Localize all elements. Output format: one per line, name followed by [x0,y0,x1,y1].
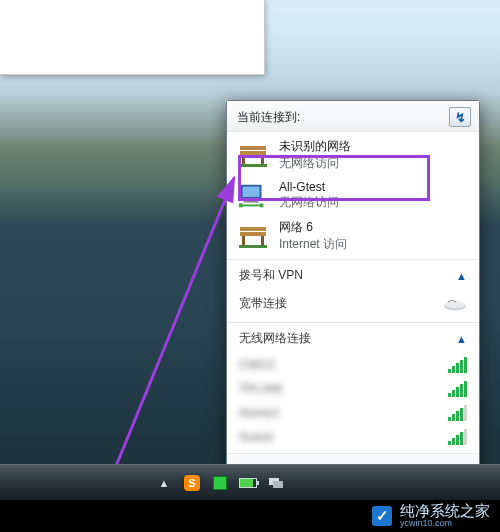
refresh-icon: ↯ [455,110,466,125]
signal-bars-icon [448,357,467,373]
flyout-title: 当前连接到: [237,109,300,126]
svg-rect-2 [242,155,245,164]
broadband-item[interactable]: 宽带连接 [227,290,479,322]
flyout-header: 当前连接到: ↯ [227,101,479,132]
wifi-ssid: Home1 [239,406,280,420]
tray-show-hidden-icon[interactable]: ▲ [154,473,174,493]
svg-rect-10 [243,204,260,206]
connection-name: All-Gtest [279,180,339,194]
dialup-vpn-section[interactable]: 拨号和 VPN ▲ [227,259,479,290]
refresh-button[interactable]: ↯ [449,107,471,127]
connection-item-network6[interactable]: 网络 6 Internet 访问 [227,215,479,257]
connection-item-allgtest[interactable]: All-Gtest 无网络访问 [227,176,479,215]
modem-icon [443,297,467,311]
svg-rect-4 [239,164,267,167]
watermark-domain: ycwin10.com [400,519,490,528]
tray-sogou-icon[interactable]: S [182,473,202,493]
watermark-logo-icon: ✓ [372,506,392,526]
svg-rect-21 [273,481,283,488]
wifi-ssid: CMCC [239,358,277,372]
background-window [0,0,265,75]
svg-rect-0 [240,146,266,150]
tray-network-icon[interactable] [266,473,286,493]
wifi-ssid: TPLINK [239,382,284,396]
chevron-up-icon: ▲ [456,333,467,345]
svg-rect-8 [244,200,259,202]
monitor-network-icon [237,182,269,210]
wifi-section-label: 无线网络连接 [239,330,311,347]
svg-rect-3 [261,155,264,164]
connection-name: 网络 6 [279,219,347,236]
signal-bars-icon [448,381,467,397]
connection-status: 无网络访问 [279,155,351,172]
tray-battery-icon[interactable] [238,473,258,493]
connection-item-unidentified[interactable]: 未识别的网络 无网络访问 [227,134,479,176]
svg-rect-7 [246,198,255,200]
dialup-vpn-label: 拨号和 VPN [239,267,303,284]
signal-bars-icon [448,405,467,421]
connection-name: 未识别的网络 [279,138,351,155]
svg-rect-16 [239,245,267,248]
signal-bars-icon [448,429,467,445]
watermark-brand: 纯净系统之家 [400,503,490,519]
network-flyout: 当前连接到: ↯ 未识别的网络 无网络访问 [226,100,480,492]
bench-icon [237,142,269,168]
svg-rect-13 [240,232,266,236]
broadband-label: 宽带连接 [239,295,287,312]
bench-icon [237,223,269,249]
wifi-section[interactable]: 无线网络连接 ▲ [227,322,479,353]
svg-rect-9 [239,203,243,207]
chevron-up-icon: ▲ [456,270,467,282]
watermark-footer: ✓ 纯净系统之家 ycwin10.com [0,500,500,532]
wifi-item[interactable]: Guest [227,425,479,453]
wifi-item[interactable]: Home1 [227,401,479,425]
connection-status: 无网络访问 [279,194,339,211]
svg-rect-12 [240,227,266,231]
svg-rect-15 [261,236,264,245]
wifi-item[interactable]: CMCC [227,353,479,377]
wifi-item[interactable]: TPLINK [227,377,479,401]
svg-rect-14 [242,236,245,245]
svg-rect-1 [240,151,266,155]
taskbar: ▲ S [0,464,500,500]
current-connections-list: 未识别的网络 无网络访问 All-Gtest 无网络访问 [227,132,479,259]
svg-rect-6 [243,186,260,196]
svg-rect-11 [260,203,264,207]
connection-status: Internet 访问 [279,236,347,253]
wifi-ssid: Guest [239,430,274,444]
tray-green-icon[interactable] [210,473,230,493]
